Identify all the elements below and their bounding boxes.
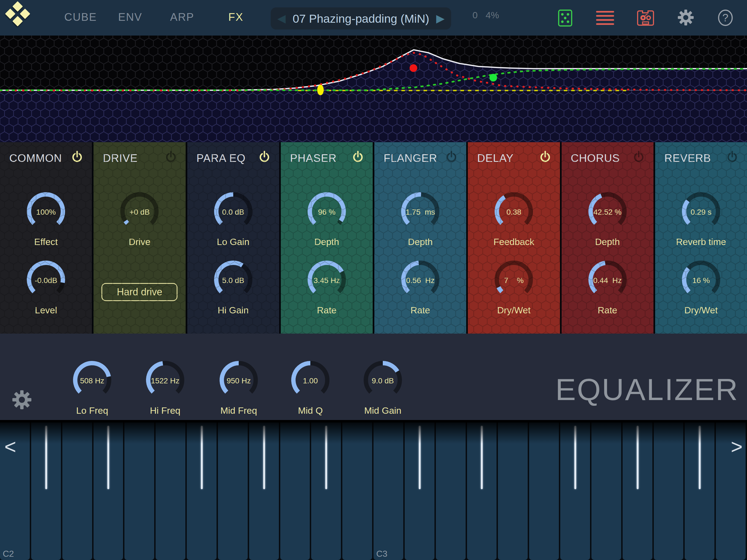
hard-drive-button[interactable]: Hard drive: [101, 283, 177, 301]
sharp-key-marker: [263, 426, 265, 489]
panel-title: FLANGER: [384, 152, 437, 164]
knob-hi-freq[interactable]: 1522 Hz: [139, 357, 191, 405]
knob-label: Level: [0, 305, 92, 315]
knob-drive[interactable]: +0 dB: [113, 188, 165, 236]
knob-delay-feedback[interactable]: 0.38: [488, 188, 540, 236]
knob-label: Lo Gain: [187, 236, 279, 247]
knob-delay-drywet[interactable]: 7 %: [488, 256, 540, 304]
piano-key-7[interactable]: [218, 423, 248, 560]
knob-label: Rate: [374, 305, 466, 315]
eq-handle-low[interactable]: [317, 85, 324, 95]
piano-key-3[interactable]: [94, 423, 123, 560]
piano-key-2[interactable]: [62, 423, 92, 560]
piano-key-10[interactable]: [311, 423, 341, 560]
cpu-load: 4%: [486, 10, 499, 21]
menu-icon[interactable]: [596, 10, 614, 27]
eq-curve-display[interactable]: [0, 35, 747, 142]
panel-common: COMMON 100%Effect -0.0dBLevel: [0, 142, 94, 334]
power-icon[interactable]: [445, 150, 458, 164]
tab-env[interactable]: ENV: [118, 11, 142, 23]
top-bar: CUBE ENV ARP FX ◀ 07 Phazing-padding (Mi…: [0, 0, 747, 35]
piano-key-5[interactable]: [156, 423, 185, 560]
power-icon[interactable]: [258, 150, 271, 164]
keyboard-scroll-right[interactable]: >: [731, 435, 743, 458]
knob-reverb-time[interactable]: 0.29 s: [675, 188, 727, 236]
piano-key-18[interactable]: [560, 423, 590, 560]
piano-key-17[interactable]: [529, 423, 559, 560]
knob-lo-gain[interactable]: 0.0 dB: [207, 188, 259, 236]
knob-chorus-rate[interactable]: 0.44 Hz: [582, 256, 634, 304]
power-icon[interactable]: [539, 150, 552, 164]
piano-key-19[interactable]: [591, 423, 621, 560]
piano-key-14[interactable]: [436, 423, 466, 560]
preset-prev-icon[interactable]: ◀: [277, 7, 286, 29]
piano-key-6[interactable]: [187, 423, 216, 560]
eq-handle-high[interactable]: [489, 74, 497, 81]
tab-cube[interactable]: CUBE: [64, 11, 97, 23]
piano-key-12[interactable]: C3: [374, 423, 403, 560]
tab-arp[interactable]: ARP: [170, 11, 194, 23]
knob-phaser-rate[interactable]: 3.45 Hz: [301, 256, 353, 304]
power-icon[interactable]: [632, 150, 645, 164]
panel-title: DELAY: [477, 152, 514, 164]
panel-title: CHORUS: [571, 152, 620, 164]
panel-phaser: PHASER 96 %Depth 3.45 HzRate: [281, 142, 374, 334]
tab-fx[interactable]: FX: [228, 11, 243, 23]
knob-label: Depth: [281, 236, 373, 247]
knob-mid-q[interactable]: 1.00: [284, 357, 336, 405]
preset-name[interactable]: 07 Phazing-padding (MiN): [290, 7, 432, 29]
piano-key-15[interactable]: [467, 423, 496, 560]
piano-key-9[interactable]: [280, 423, 310, 560]
knob-label: Rate: [281, 305, 373, 315]
equalizer-section: 508 HzLo Freq 1522 HzHi Freq 950 HzMid F…: [0, 334, 747, 423]
power-icon[interactable]: [71, 150, 84, 164]
piano-key-20[interactable]: [623, 423, 652, 560]
piano-key-21[interactable]: [654, 423, 683, 560]
piano-key-16[interactable]: [498, 423, 528, 560]
sharp-key-marker: [45, 426, 47, 489]
piano-key-4[interactable]: [124, 423, 154, 560]
piano-key-11[interactable]: [342, 423, 372, 560]
knob-lo-freq[interactable]: 508 Hz: [66, 357, 118, 405]
knob-chorus-depth[interactable]: 42.52 %: [582, 188, 634, 236]
knob-phaser-depth[interactable]: 96 %: [301, 188, 353, 236]
piano-key-8[interactable]: [249, 423, 279, 560]
knob-flanger-rate[interactable]: 0.56 Hz: [394, 256, 446, 304]
sharp-key-marker: [637, 426, 639, 489]
piano-keyboard[interactable]: C2C3 < >: [0, 423, 747, 560]
help-icon[interactable]: ?: [718, 9, 733, 27]
app-logo-icon: [6, 1, 31, 31]
knob-label: Hi Freq: [139, 405, 191, 416]
sharp-key-marker: [201, 426, 203, 489]
knob-label: Reverb time: [655, 236, 747, 247]
recorder-icon[interactable]: [637, 9, 654, 28]
knob-effect[interactable]: 100%: [20, 188, 72, 236]
knob-mid-gain[interactable]: 9.0 dB: [357, 357, 409, 405]
eq-settings-gear-icon[interactable]: [12, 390, 32, 410]
knob-label: Feedback: [468, 236, 560, 247]
eq-handle-mid[interactable]: [410, 64, 417, 72]
knob-reverb-drywet[interactable]: 16 %: [675, 256, 727, 304]
knob-level[interactable]: -0.0dB: [20, 256, 72, 304]
knob-label: Hi Gain: [187, 305, 279, 315]
power-icon[interactable]: [164, 150, 177, 164]
panel-para-eq: PARA EQ 0.0 dBLo Gain 5.0 dBHi Gain: [187, 142, 281, 334]
preset-next-icon[interactable]: ▶: [436, 7, 445, 29]
knob-label: Mid Gain: [357, 405, 409, 416]
gear-icon[interactable]: [677, 9, 694, 27]
dice-icon[interactable]: [558, 9, 572, 28]
piano-key-13[interactable]: [405, 423, 435, 560]
power-icon[interactable]: [726, 150, 739, 164]
power-icon[interactable]: [351, 150, 364, 164]
knob-mid-freq[interactable]: 950 Hz: [213, 357, 265, 405]
sharp-key-marker: [107, 426, 109, 489]
octave-label: C3: [376, 549, 387, 559]
preset-selector[interactable]: ◀ 07 Phazing-padding (MiN) ▶: [271, 7, 451, 29]
knob-label: Depth: [562, 236, 653, 247]
piano-key-22[interactable]: [685, 423, 715, 560]
knob-hi-gain[interactable]: 5.0 dB: [207, 256, 259, 304]
knob-flanger-depth[interactable]: 1.75 ms: [394, 188, 446, 236]
keyboard-scroll-left[interactable]: <: [4, 435, 16, 458]
octave-label: C2: [3, 549, 14, 559]
piano-key-1[interactable]: [31, 423, 61, 560]
